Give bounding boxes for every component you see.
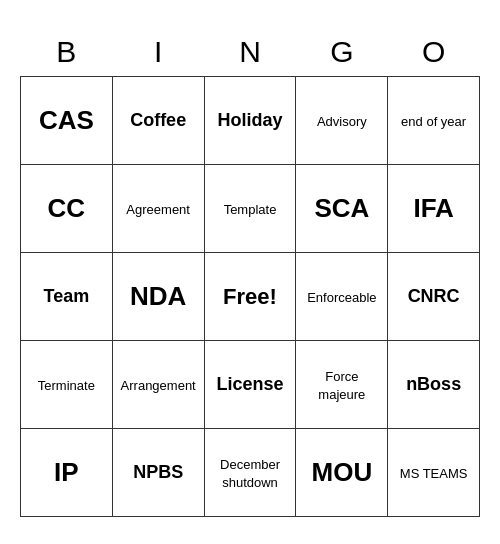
bingo-cell-r1-c0: CC — [21, 165, 113, 253]
bingo-cell-r0-c0: CAS — [21, 77, 113, 165]
bingo-header-I: I — [112, 27, 204, 77]
bingo-cell-r2-c1: NDA — [112, 253, 204, 341]
bingo-cell-r2-c4: CNRC — [388, 253, 480, 341]
bingo-cell-r3-c2: License — [204, 341, 296, 429]
bingo-cell-r3-c4: nBoss — [388, 341, 480, 429]
table-row: TerminateArrangementLicenseForce majeure… — [21, 341, 480, 429]
bingo-header-O: O — [388, 27, 480, 77]
bingo-cell-r4-c2: December shutdown — [204, 429, 296, 517]
bingo-cell-r2-c0: Team — [21, 253, 113, 341]
bingo-cell-r4-c3: MOU — [296, 429, 388, 517]
bingo-cell-r1-c4: IFA — [388, 165, 480, 253]
table-row: CCAgreementTemplateSCAIFA — [21, 165, 480, 253]
bingo-cell-r1-c3: SCA — [296, 165, 388, 253]
bingo-header-N: N — [204, 27, 296, 77]
bingo-cell-r3-c0: Terminate — [21, 341, 113, 429]
bingo-cell-r4-c1: NPBS — [112, 429, 204, 517]
table-row: CASCoffeeHolidayAdvisoryend of year — [21, 77, 480, 165]
bingo-header-B: B — [21, 27, 113, 77]
table-row: TeamNDAFree!EnforceableCNRC — [21, 253, 480, 341]
bingo-cell-r0-c1: Coffee — [112, 77, 204, 165]
bingo-cell-r3-c1: Arrangement — [112, 341, 204, 429]
bingo-cell-r0-c2: Holiday — [204, 77, 296, 165]
bingo-cell-r4-c4: MS TEAMS — [388, 429, 480, 517]
bingo-cell-r2-c2: Free! — [204, 253, 296, 341]
bingo-cell-r0-c3: Advisory — [296, 77, 388, 165]
bingo-cell-r1-c1: Agreement — [112, 165, 204, 253]
bingo-card: BINGO CASCoffeeHolidayAdvisoryend of yea… — [20, 27, 480, 518]
bingo-cell-r4-c0: IP — [21, 429, 113, 517]
bingo-cell-r2-c3: Enforceable — [296, 253, 388, 341]
table-row: IPNPBSDecember shutdownMOUMS TEAMS — [21, 429, 480, 517]
bingo-cell-r3-c3: Force majeure — [296, 341, 388, 429]
bingo-cell-r0-c4: end of year — [388, 77, 480, 165]
bingo-cell-r1-c2: Template — [204, 165, 296, 253]
bingo-header-G: G — [296, 27, 388, 77]
